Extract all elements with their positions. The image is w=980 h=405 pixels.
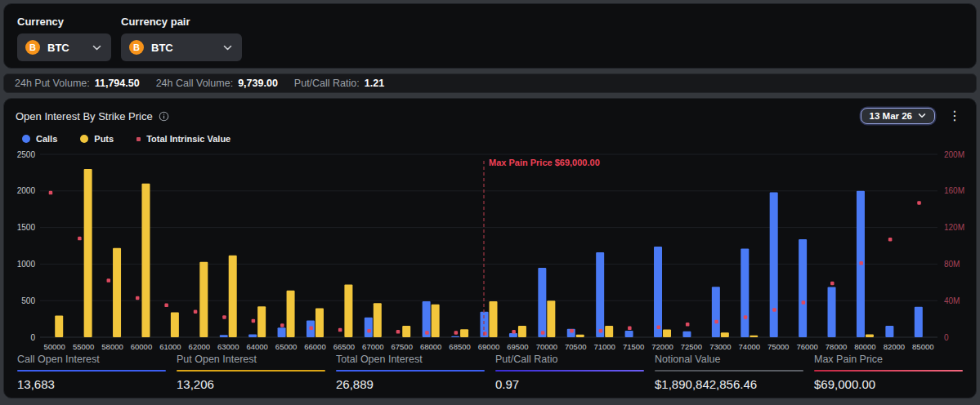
puts-bar-70000	[547, 300, 555, 337]
puts-bar-73000	[721, 332, 729, 337]
right-axis-tick: 0	[944, 332, 949, 341]
puts-bar-65000	[287, 291, 295, 337]
oi-strike-chart: 0050040M100080M1500120M2000160M2500200M5…	[16, 151, 966, 350]
currency-pair-dropdown-value: BTC	[151, 42, 216, 54]
left-axis-tick: 0	[30, 332, 35, 341]
left-axis-tick: 2000	[17, 186, 36, 195]
max-pain-annotation: Max Pain Price $69,000.00	[489, 158, 600, 167]
intrinsic-dot-70000	[541, 331, 545, 335]
intrinsic-dot-64000	[252, 319, 256, 323]
x-axis-label: 72000	[651, 342, 673, 350]
legend-item-total-intrinsic-value[interactable]: Total Intrinsic Value	[136, 134, 230, 144]
expiry-date-value: 13 Mar 26	[870, 111, 912, 121]
right-axis-tick: 120M	[944, 223, 964, 232]
x-axis-label: 58000	[101, 342, 123, 350]
info-icon[interactable]	[159, 111, 169, 122]
legend-marker	[80, 135, 88, 143]
intrinsic-dot-68000	[425, 331, 429, 335]
put-call-ratio-value: 1.21	[365, 78, 384, 89]
puts-bar-71000	[605, 326, 613, 337]
intrinsic-dot-74000	[744, 315, 748, 319]
puts-bar-63000	[229, 256, 237, 337]
intrinsic-dot-65000	[280, 323, 284, 327]
puts-bar-72000	[663, 330, 671, 337]
chevron-down-icon	[918, 113, 926, 118]
legend-label: Calls	[36, 134, 57, 144]
left-axis-tick: 2500	[17, 151, 36, 159]
currency-pair-label: Currency pair	[121, 16, 242, 28]
intrinsic-dot-60000	[136, 296, 140, 300]
intrinsic-dot-71000	[599, 329, 603, 333]
puts-bar-69500	[518, 326, 526, 337]
intrinsic-dot-62000	[194, 309, 198, 314]
call-volume-value: 9,739.00	[238, 78, 278, 89]
intrinsic-dot-70500	[570, 329, 574, 333]
stat-label: Notional Value	[655, 354, 803, 370]
left-axis-tick: 1500	[17, 223, 36, 232]
legend-item-calls[interactable]: Calls	[22, 134, 57, 144]
puts-bar-58000	[113, 248, 121, 337]
btc-coin-icon: B	[129, 40, 144, 55]
right-axis-tick: 40M	[944, 296, 960, 305]
currency-filter-group: Currency B BTC	[17, 16, 111, 68]
calls-bar-70000	[538, 268, 546, 337]
currency-dropdown[interactable]: B BTC	[17, 33, 111, 61]
intrinsic-dot-66000	[309, 327, 313, 331]
stat-value: 13,683	[17, 372, 166, 391]
intrinsic-dot-50000	[49, 191, 53, 195]
chart-legend: CallsPutsTotal Intrinsic Value	[22, 134, 964, 145]
puts-bar-62000	[199, 262, 208, 337]
x-axis-label: 61000	[159, 342, 181, 350]
right-axis-tick: 80M	[944, 260, 960, 269]
chart-title: Open Interest By Strike Price	[16, 110, 153, 122]
puts-bar-55000	[84, 169, 92, 337]
puts-bar-80000	[866, 334, 874, 337]
puts-bar-69000	[490, 301, 498, 337]
x-axis-label: 68000	[420, 342, 441, 350]
call-volume-label: 24h Call Volume:	[156, 78, 234, 89]
puts-bar-64000	[257, 306, 266, 337]
legend-item-puts[interactable]: Puts	[80, 134, 114, 144]
stat-value: 26,889	[336, 372, 485, 391]
x-axis-label: 82000	[884, 342, 905, 350]
calls-bar-71000	[596, 252, 604, 337]
stat-max-pain-price: Max Pain Price$69,000.00	[814, 354, 963, 391]
calls-bar-82000	[885, 326, 893, 337]
calls-bar-67000	[365, 318, 373, 337]
stat-label: Call Open Interest	[17, 354, 166, 370]
volume-stats-bar: 24h Put Volume: 11,794.50 24h Call Volum…	[3, 73, 977, 93]
x-axis-label: 78000	[826, 342, 847, 350]
x-axis-label: 85000	[912, 342, 933, 350]
intrinsic-dot-80000	[859, 261, 863, 265]
currency-pair-filter-group: Currency pair B BTC	[121, 16, 242, 68]
chevron-down-icon	[223, 45, 232, 51]
more-options-kebab-icon[interactable]: ⋮	[945, 109, 964, 122]
expiry-date-selector[interactable]: 13 Mar 26	[861, 108, 935, 124]
calls-bar-64000	[248, 334, 257, 337]
intrinsic-dot-73000	[714, 320, 718, 324]
stat-value: 13,206	[177, 372, 325, 391]
legend-marker	[136, 137, 141, 141]
calls-bar-78000	[828, 287, 836, 337]
stat-put-call-ratio: Put/Call Ratio0.97	[495, 354, 644, 391]
x-axis-label: 70000	[536, 342, 557, 350]
intrinsic-dot-61000	[164, 304, 168, 308]
legend-marker	[22, 135, 30, 143]
x-axis-label: 74000	[739, 342, 760, 350]
chart-header: Open Interest By Strike Price 13 Mar 26 …	[16, 107, 964, 126]
x-axis-label: 66000	[304, 342, 325, 350]
stat-label: Put Open Interest	[177, 354, 325, 370]
x-axis-label: 68500	[449, 342, 470, 350]
intrinsic-dot-67000	[367, 329, 371, 333]
stat-label: Max Pain Price	[814, 354, 963, 370]
puts-bar-68500	[460, 329, 468, 337]
puts-bar-50000	[55, 316, 63, 337]
intrinsic-dot-55000	[78, 237, 82, 241]
currency-pair-dropdown[interactable]: B BTC	[121, 33, 242, 61]
stat-value: $1,890,842,856.46	[655, 372, 803, 391]
intrinsic-dot-75000	[772, 308, 776, 312]
calls-bar-63000	[220, 335, 228, 337]
intrinsic-dot-67500	[396, 330, 401, 334]
intrinsic-dot-72500	[686, 323, 690, 327]
puts-bar-74000	[750, 336, 758, 337]
